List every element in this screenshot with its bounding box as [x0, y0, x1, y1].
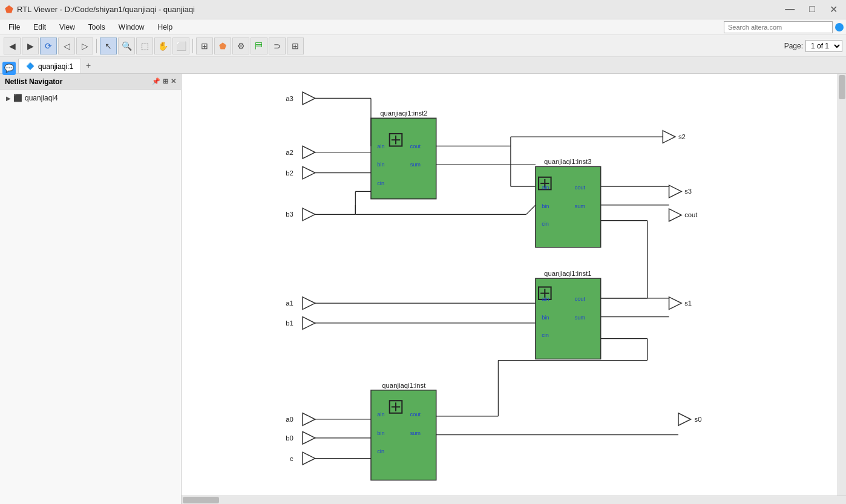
svg-marker-45 — [303, 166, 315, 179]
sidebar: Netlist Navigator 📌 ⊞ ✕ ▶ ⬛ quanjiaqi4 — [0, 74, 182, 504]
hscroll-thumb[interactable] — [183, 497, 219, 503]
search-dot-icon — [835, 23, 844, 31]
page-navigation: Page: 1 of 1 — [784, 40, 842, 52]
menu-help[interactable]: Help — [152, 22, 179, 33]
toolbar-separator-1 — [96, 39, 97, 53]
svg-marker-65 — [669, 297, 682, 310]
back-button[interactable]: ◀ — [4, 38, 21, 54]
svg-text:quanjiaqi1:inst: quanjiaqi1:inst — [382, 382, 426, 389]
marquee-button[interactable]: ⬜ — [172, 38, 189, 54]
horizontal-scrollbar[interactable] — [182, 496, 846, 504]
tree-arrow-icon: ▶ — [6, 95, 11, 102]
menu-view[interactable]: View — [53, 22, 81, 33]
tab-icon: 🔷 — [26, 62, 34, 70]
svg-text:cout: cout — [684, 211, 698, 218]
toolbar-separator-2 — [192, 39, 193, 53]
toolbar-right: Page: 1 of 1 — [784, 40, 842, 52]
svg-text:cout: cout — [410, 143, 421, 149]
sidebar-move-icon[interactable]: ⊞ — [163, 77, 168, 85]
tree-item-label: quanjiaqi4 — [25, 94, 58, 102]
svg-line-84 — [526, 205, 536, 214]
next-page-button[interactable]: ▷ — [76, 38, 93, 54]
titlebar-left: ⬟ RTL Viewer - D:/Code/shiyan1/quanjiaqi… — [5, 4, 195, 15]
zoom-select-button[interactable]: ⬚ — [136, 38, 153, 54]
svg-text:b0: b0 — [286, 434, 293, 442]
minimize-button[interactable]: — — [781, 2, 798, 16]
svg-text:quanjiaqi1:inst2: quanjiaqi1:inst2 — [380, 110, 427, 117]
svg-marker-51 — [303, 317, 315, 330]
menu-file[interactable]: File — [2, 22, 26, 33]
tree-icon: ⬛ — [13, 94, 22, 102]
svg-text:ain: ain — [377, 411, 384, 417]
svg-text:bin: bin — [542, 315, 549, 321]
svg-text:quanjiaqi1:inst3: quanjiaqi1:inst3 — [544, 158, 591, 165]
svg-text:s0: s0 — [695, 416, 702, 423]
filter-button[interactable]: ⛿ — [251, 38, 267, 54]
svg-text:s3: s3 — [684, 188, 692, 195]
menu-items: File Edit View Tools Window Help — [2, 22, 179, 33]
svg-text:sum: sum — [575, 203, 586, 209]
sidebar-pin-icon[interactable]: 📌 — [152, 77, 160, 85]
sidebar-content: ▶ ⬛ quanjiaqi4 — [0, 90, 181, 504]
pan-button[interactable]: ✋ — [154, 38, 171, 54]
page-label: Page: — [784, 42, 803, 50]
svg-text:cin: cin — [542, 221, 549, 227]
svg-text:b3: b3 — [286, 211, 293, 218]
svg-marker-43 — [303, 146, 315, 159]
svg-text:sum: sum — [410, 162, 421, 168]
sidebar-title: Netlist Navigator — [5, 77, 62, 86]
maximize-button[interactable]: □ — [805, 2, 819, 16]
forward-button[interactable]: ▶ — [22, 38, 39, 54]
tabbar: 💬 🔷 quanjiaqi:1 + — [0, 57, 846, 74]
svg-text:bin: bin — [377, 430, 384, 436]
search-box[interactable] — [724, 21, 844, 33]
connect-button[interactable]: ⊃ — [269, 38, 286, 54]
vertical-scrollbar[interactable] — [838, 74, 846, 504]
tab-label: quanjiaqi:1 — [38, 62, 73, 71]
tab-quanjiaqi[interactable]: 🔷 quanjiaqi:1 — [18, 59, 81, 73]
svg-marker-63 — [669, 209, 682, 221]
zoom-in-button[interactable]: 🔍 — [118, 38, 135, 54]
svg-marker-57 — [303, 452, 315, 465]
menu-window[interactable]: Window — [113, 22, 151, 33]
svg-marker-55 — [303, 432, 315, 445]
svg-marker-49 — [303, 297, 315, 310]
svg-text:cin: cin — [377, 180, 384, 186]
chat-icon[interactable]: 💬 — [2, 62, 16, 75]
settings-button[interactable]: ⚙ — [232, 38, 249, 54]
close-button[interactable]: ✕ — [826, 2, 841, 16]
sidebar-close-icon[interactable]: ✕ — [171, 77, 176, 85]
svg-text:a0: a0 — [286, 416, 293, 423]
grid-button[interactable]: ⊞ — [287, 38, 304, 54]
search-input[interactable] — [724, 21, 833, 33]
titlebar-controls[interactable]: — □ ✕ — [781, 2, 841, 16]
svg-marker-41 — [303, 92, 315, 105]
page-select[interactable]: 1 of 1 — [805, 40, 842, 52]
menu-tools[interactable]: Tools — [82, 22, 111, 33]
toolbar-buttons: ◀ ▶ ⟳ ◁ ▷ ↖ 🔍 ⬚ ✋ ⬜ ⊞ ⬟ ⚙ ⛿ ⊃ ⊞ — [4, 38, 304, 54]
svg-text:sum: sum — [575, 315, 586, 321]
svg-text:ain: ain — [542, 185, 549, 191]
svg-text:s2: s2 — [678, 133, 686, 140]
sidebar-header-icons: 📌 ⊞ ✕ — [152, 77, 176, 85]
svg-marker-47 — [303, 208, 315, 221]
svg-text:ain: ain — [377, 143, 384, 149]
svg-text:s1: s1 — [684, 299, 692, 307]
svg-text:cin: cin — [377, 448, 384, 454]
expand-button[interactable]: ⊞ — [196, 38, 213, 54]
menu-edit[interactable]: Edit — [27, 22, 52, 33]
svg-marker-53 — [303, 413, 315, 426]
prev-page-button[interactable]: ◁ — [58, 38, 75, 54]
refresh-button[interactable]: ⟳ — [40, 38, 57, 54]
select-tool-button[interactable]: ↖ — [100, 38, 117, 54]
canvas-area[interactable]: quanjiaqi1:inst2 ain bin cin cout sum qu… — [182, 74, 846, 504]
vscroll-thumb[interactable] — [839, 75, 845, 99]
color-button[interactable]: ⬟ — [214, 38, 231, 54]
svg-text:sum: sum — [410, 430, 421, 436]
svg-text:b1: b1 — [286, 319, 293, 327]
svg-text:a2: a2 — [286, 149, 293, 156]
svg-text:b2: b2 — [286, 169, 293, 177]
app-title: RTL Viewer - D:/Code/shiyan1/quanjiaqi -… — [17, 5, 195, 14]
tree-item-quanjiaqi4[interactable]: ▶ ⬛ quanjiaqi4 — [5, 92, 176, 104]
tab-add-button[interactable]: + — [81, 59, 96, 73]
